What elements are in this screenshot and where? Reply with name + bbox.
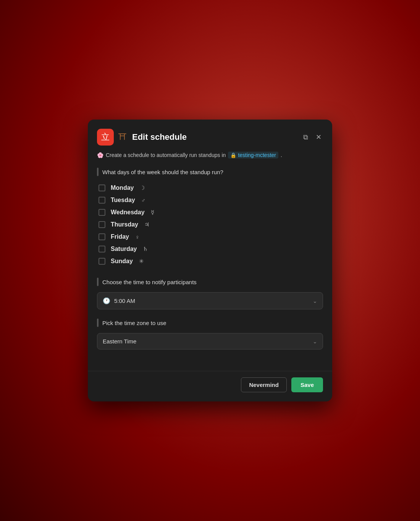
lock-icon: 🔒 [230, 152, 236, 158]
monday-symbol: ☽ [140, 184, 145, 191]
day-item-saturday[interactable]: Saturday ♄ [97, 243, 323, 255]
header-actions: ⧉ ✕ [302, 132, 323, 142]
time-chevron-icon: ⌄ [313, 298, 317, 304]
time-section-label: Choose the time to notify participants [97, 278, 323, 286]
day-item-wednesday[interactable]: Wednesday ☿ [97, 207, 323, 218]
friday-checkbox[interactable] [99, 233, 105, 240]
selected-timezone: Eastern Time [103, 338, 136, 345]
timezone-section-bar [97, 319, 99, 327]
modal-body: 🌸 Create a schedule to automatically run… [88, 152, 332, 368]
close-button[interactable]: ✕ [314, 132, 323, 142]
timezone-section-label: Pick the time zone to use [97, 319, 323, 327]
day-item-tuesday[interactable]: Tuesday ♂ [97, 194, 323, 206]
wednesday-label: Wednesday [111, 209, 145, 216]
time-section-bar [97, 278, 99, 286]
sunday-label: Sunday [111, 258, 133, 265]
days-label-text: What days of the week should the standup… [102, 169, 223, 175]
channel-name: testing-mctester [238, 152, 276, 158]
nevermind-button[interactable]: Nevermind [241, 377, 287, 392]
description-text: Create a schedule to automatically run s… [106, 152, 226, 158]
wednesday-symbol: ☿ [151, 209, 154, 216]
thursday-symbol: ♃ [144, 221, 149, 228]
tuesday-checkbox[interactable] [99, 197, 105, 204]
save-button[interactable]: Save [291, 377, 323, 392]
saturday-checkbox[interactable] [99, 246, 105, 252]
torii-icon: ⛩ [118, 132, 127, 142]
edit-schedule-modal: 立 ⛩ Edit schedule ⧉ ✕ 🌸 Create a schedul… [88, 120, 332, 401]
timezone-chevron-icon: ⌄ [313, 338, 317, 345]
modal-header: 立 ⛩ Edit schedule ⧉ ✕ [88, 120, 332, 152]
period: . [281, 152, 282, 158]
modal-footer: Nevermind Save [88, 371, 332, 401]
thursday-checkbox[interactable] [99, 221, 105, 228]
description-line: 🌸 Create a schedule to automatically run… [97, 152, 323, 159]
friday-symbol: ♀ [135, 234, 139, 240]
timezone-label-text: Pick the time zone to use [102, 320, 166, 326]
time-label-text: Choose the time to notify participants [102, 279, 197, 285]
selected-time: 5:00 AM [114, 298, 135, 304]
monday-label: Monday [111, 184, 134, 191]
timezone-dropdown-wrapper: Eastern Time ⌄ [97, 333, 323, 349]
saturday-label: Saturday [111, 246, 137, 252]
saturday-symbol: ♄ [143, 246, 148, 252]
friday-label: Friday [111, 233, 129, 240]
tuesday-symbol: ♂ [141, 197, 145, 204]
wednesday-checkbox[interactable] [99, 209, 105, 216]
app-icon: 立 [97, 129, 114, 146]
time-dropdown-wrapper: 🕐 5:00 AM ⌄ [97, 292, 323, 309]
external-link-button[interactable]: ⧉ [302, 132, 310, 142]
modal-title: Edit schedule [132, 132, 297, 142]
sunday-checkbox[interactable] [99, 258, 105, 265]
day-item-thursday[interactable]: Thursday ♃ [97, 219, 323, 230]
flower-emoji: 🌸 [97, 152, 103, 158]
clock-icon: 🕐 [103, 297, 110, 304]
day-item-monday[interactable]: Monday ☽ [97, 182, 323, 194]
tuesday-label: Tuesday [111, 197, 135, 204]
time-dropdown-button[interactable]: 🕐 5:00 AM ⌄ [97, 292, 323, 309]
app-icon-symbol: 立 [101, 131, 110, 143]
day-item-sunday[interactable]: Sunday ✳ [97, 256, 323, 267]
monday-checkbox[interactable] [99, 184, 105, 191]
timezone-dropdown-button[interactable]: Eastern Time ⌄ [97, 333, 323, 349]
channel-link[interactable]: 🔒 testing-mctester [228, 152, 278, 159]
days-section-label: What days of the week should the standup… [97, 168, 323, 176]
section-bar [97, 168, 99, 176]
days-list: Monday ☽ Tuesday ♂ Wednesday ☿ Thursday … [97, 182, 323, 267]
day-item-friday[interactable]: Friday ♀ [97, 231, 323, 243]
thursday-label: Thursday [111, 221, 138, 228]
sunday-symbol: ✳ [139, 258, 144, 265]
